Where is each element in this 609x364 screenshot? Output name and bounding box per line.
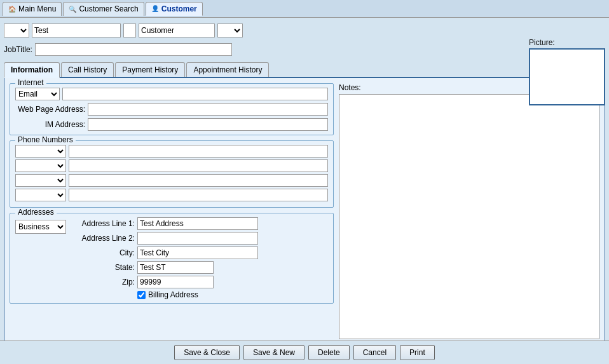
last-name-input[interactable] [139, 24, 215, 37]
addr-city-input[interactable] [137, 246, 258, 259]
main-content: Mr. Ms. Mrs. Dr. Jr. Sr. II III JobTitle… [0, 18, 609, 349]
addr-line1-input[interactable] [137, 217, 258, 230]
im-input[interactable] [88, 118, 328, 131]
phone-type-3[interactable] [15, 174, 66, 187]
addr-line2-input[interactable] [137, 232, 258, 245]
address-section-title: Addresses [15, 208, 57, 217]
top-form-row: Mr. Ms. Mrs. Dr. Jr. Sr. II III [4, 22, 605, 39]
billing-label: Billing Address [148, 290, 198, 299]
addr-zip-row: Zip: [71, 276, 328, 288]
phone-row-2 [15, 159, 328, 172]
bottom-toolbar: Save & Close Save & New Delete Cancel Pr… [0, 340, 609, 364]
title-select[interactable]: Mr. Ms. Mrs. Dr. [4, 24, 29, 37]
addr-city-label: City: [71, 248, 135, 257]
address-type-select[interactable]: Business Home Other [15, 220, 66, 234]
addr-line1-row: Address Line 1: [71, 217, 328, 230]
internet-section: Internet Email Work Email Home Email Web… [10, 83, 334, 135]
phone-section: Phone Numbers [10, 140, 334, 208]
phone-type-2[interactable] [15, 159, 66, 172]
tabs-header: Information Call History Payment History… [4, 62, 605, 78]
tab-information[interactable]: Information [4, 62, 60, 78]
address-section: Addresses Business Home Other Address Li… [10, 213, 334, 304]
phone-row-1 [15, 145, 328, 158]
email-input[interactable] [62, 88, 328, 100]
person-icon: 👤 [151, 5, 159, 12]
left-panel: Internet Email Work Email Home Email Web… [10, 83, 334, 339]
web-page-label: Web Page Address: [15, 105, 85, 114]
cancel-button[interactable]: Cancel [353, 345, 396, 360]
jobtitle-label: JobTitle: [4, 45, 32, 54]
addr-line1-label: Address Line 1: [71, 219, 135, 228]
title-bar: 🏠 Main Menu 🔍 Customer Search 👤 Customer [0, 0, 609, 18]
tab-customer-label: Customer [161, 4, 197, 13]
addr-state-input[interactable] [137, 261, 214, 274]
email-type-select[interactable]: Email Work Email Home Email [15, 88, 60, 100]
addr-state-label: State: [71, 263, 135, 272]
tab-customer-search[interactable]: 🔍 Customer Search [63, 2, 144, 16]
picture-label: Picture: [529, 38, 605, 47]
tab-customer-search-label: Customer Search [79, 4, 138, 13]
addr-zip-input[interactable] [137, 276, 214, 288]
delete-button[interactable]: Delete [308, 345, 350, 360]
tab-customer[interactable]: 👤 Customer [146, 2, 203, 16]
save-new-button[interactable]: Save & New [243, 345, 304, 360]
save-close-button[interactable]: Save & Close [174, 345, 240, 360]
middle-name-input[interactable] [123, 24, 136, 37]
tab-main-menu[interactable]: 🏠 Main Menu [3, 2, 62, 16]
tab-content-information: Internet Email Work Email Home Email Web… [4, 78, 605, 345]
address-content: Business Home Other Address Line 1: Addr… [15, 217, 328, 299]
phone-input-2[interactable] [69, 159, 328, 172]
print-button[interactable]: Print [400, 345, 435, 360]
suffix-select[interactable]: Jr. Sr. II III [217, 24, 243, 37]
picture-box[interactable] [529, 48, 605, 105]
right-panel: Notes: [339, 83, 599, 339]
internet-section-title: Internet [15, 78, 46, 87]
search-icon: 🔍 [69, 6, 76, 13]
tabs-container: Information Call History Payment History… [4, 62, 605, 345]
picture-section: Picture: [529, 38, 605, 102]
jobtitle-row: JobTitle: [4, 42, 605, 57]
web-page-input[interactable] [88, 103, 328, 116]
im-label: IM Address: [15, 120, 85, 129]
address-fields: Address Line 1: Address Line 2: City: [71, 217, 328, 299]
phone-input-1[interactable] [69, 145, 328, 158]
billing-row: Billing Address [71, 290, 328, 299]
notes-textarea[interactable] [339, 94, 599, 339]
addr-line2-label: Address Line 2: [71, 234, 135, 243]
jobtitle-input[interactable] [35, 43, 232, 56]
home-icon: 🏠 [8, 6, 16, 13]
tab-main-menu-label: Main Menu [18, 4, 56, 13]
addr-state-row: State: [71, 261, 328, 274]
phone-row-3 [15, 174, 328, 187]
tab-call-history[interactable]: Call History [61, 62, 114, 77]
phone-row-4 [15, 189, 328, 201]
phone-section-title: Phone Numbers [15, 135, 76, 144]
billing-checkbox[interactable] [137, 291, 146, 299]
addr-line2-row: Address Line 2: [71, 232, 328, 245]
phone-input-4[interactable] [69, 189, 328, 201]
phone-type-1[interactable] [15, 145, 66, 158]
addr-zip-label: Zip: [71, 278, 135, 286]
first-name-input[interactable] [32, 24, 121, 37]
phone-input-3[interactable] [69, 174, 328, 187]
phone-type-4[interactable] [15, 189, 66, 201]
tab-appointment-history[interactable]: Appointment History [186, 62, 269, 77]
addr-city-row: City: [71, 246, 328, 259]
tab-payment-history[interactable]: Payment History [115, 62, 185, 77]
